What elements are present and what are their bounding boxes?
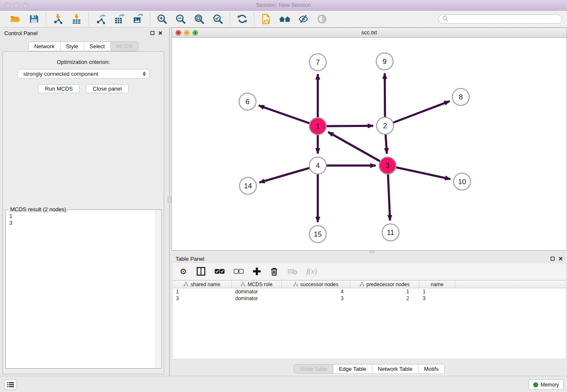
apply-layout-icon[interactable] (236, 13, 248, 25)
graph-node-label-3: 3 (385, 162, 389, 170)
table-row[interactable]: 1 dominator 4 1 1 (173, 288, 566, 295)
zoom-selected-icon[interactable] (212, 13, 224, 25)
tab-network-table[interactable]: Network Table (372, 364, 418, 373)
close-panel-icon[interactable] (559, 257, 563, 261)
column-header-shared-name[interactable]: shared name (173, 281, 232, 288)
graph-edge-1-6[interactable] (259, 105, 318, 126)
graph-node-label-6: 6 (245, 98, 249, 106)
tab-node-table[interactable]: Node Table (294, 364, 333, 373)
graph-edge-4-14[interactable] (259, 166, 318, 182)
criterion-dropdown[interactable]: strongly connected component (17, 69, 149, 79)
mcds-result-line: 3 (9, 220, 152, 226)
new-network-from-selection-icon[interactable] (260, 13, 272, 25)
column-header-name[interactable]: name (419, 281, 455, 288)
first-neighbors-icon[interactable] (279, 13, 291, 25)
function-builder-icon: f(x) (306, 267, 317, 276)
column-header-successor-nodes[interactable]: successor nodes (282, 281, 350, 288)
graph-node-label-2: 2 (383, 122, 387, 130)
graph-edge-3-1[interactable] (328, 132, 388, 166)
cell-shared-name[interactable]: 3 (173, 295, 232, 302)
main-toolbar (0, 11, 567, 28)
import-network-icon[interactable] (52, 13, 64, 25)
column-type-icon (293, 282, 298, 287)
cell-successor-nodes[interactable]: 3 (282, 295, 350, 302)
column-header-predecessor-nodes[interactable]: predecessor nodes (350, 281, 419, 288)
tab-network[interactable]: Network (29, 42, 61, 51)
close-panel-button[interactable]: Close panel (86, 84, 129, 93)
cell-name[interactable]: 1 (419, 288, 455, 295)
search-field[interactable] (438, 14, 562, 24)
tab-style[interactable]: Style (61, 42, 84, 51)
network-window-titlebar[interactable]: × − + scc.txt (172, 28, 567, 38)
memory-button[interactable]: Memory (528, 379, 564, 390)
zoom-out-icon[interactable] (175, 13, 187, 25)
column-type-icon (241, 282, 245, 287)
delete-column-icon[interactable] (270, 267, 278, 276)
close-panel-icon[interactable] (158, 31, 162, 35)
search-input[interactable] (451, 16, 558, 22)
export-image-icon[interactable] (132, 13, 144, 25)
control-panel-tab-bar: Network Style Select MCDS (28, 41, 138, 51)
task-history-button[interactable] (4, 379, 17, 390)
add-column-icon[interactable] (253, 267, 261, 276)
graph-node-label-9: 9 (383, 58, 386, 66)
window-close-button[interactable] (5, 3, 11, 8)
run-mcds-button[interactable]: Run MCDS (38, 84, 80, 93)
window-zoom-button[interactable] (23, 3, 28, 8)
import-table-icon[interactable] (71, 13, 83, 25)
dropdown-spinner-icon (143, 72, 146, 76)
optimization-criterion-label: Optimization criterion: (3, 59, 164, 65)
column-type-icon (360, 282, 364, 287)
save-session-icon[interactable] (28, 13, 40, 25)
graph-edge-3-10[interactable] (388, 166, 451, 179)
export-table-icon[interactable] (113, 13, 125, 25)
network-canvas[interactable]: 7968124314101511 (172, 38, 567, 250)
select-all-icon[interactable] (215, 269, 225, 274)
result-scrollbar[interactable] (155, 210, 161, 368)
node-table: shared name MCDS role successor nodes pr… (172, 280, 566, 359)
toggle-panes-icon[interactable] (196, 267, 206, 276)
graph-node-label-10: 10 (458, 178, 466, 186)
tab-mcds[interactable]: MCDS (111, 42, 138, 51)
float-panel-icon[interactable] (150, 31, 154, 35)
deselect-all-icon[interactable] (234, 269, 244, 274)
table-panel-title: Table Panel (176, 256, 204, 262)
tab-edge-table[interactable]: Edge Table (333, 364, 372, 373)
cell-mcds-role[interactable]: dominator (232, 295, 282, 302)
network-close-icon[interactable]: × (176, 30, 181, 36)
export-network-icon[interactable] (95, 13, 107, 25)
graph-edge-2-8[interactable] (385, 101, 450, 126)
show-all-icon (316, 13, 328, 25)
mcds-result-list[interactable]: 1 3 (6, 211, 155, 368)
splitter-handle[interactable] (168, 197, 171, 203)
network-maximize-icon[interactable]: + (193, 30, 198, 36)
float-panel-icon[interactable] (550, 257, 555, 261)
table-tab-bar: Node Table Edge Table Network Table Moti… (294, 364, 444, 374)
cell-shared-name[interactable]: 1 (173, 288, 232, 295)
cell-mcds-role[interactable]: dominator (232, 288, 282, 295)
hide-selected-icon[interactable] (297, 13, 309, 25)
vertical-splitter[interactable] (167, 28, 171, 376)
tab-motifs[interactable]: Motifs (418, 364, 444, 373)
table-tab-strip: Node Table Edge Table Network Table Moti… (172, 359, 566, 376)
cell-successor-nodes[interactable]: 4 (282, 288, 350, 295)
table-row[interactable]: 3 dominator 3 2 3 (173, 295, 566, 302)
graph-node-label-11: 11 (387, 229, 394, 237)
zoom-fit-icon[interactable] (193, 13, 205, 25)
list-icon (7, 382, 14, 388)
open-session-icon[interactable] (9, 13, 21, 25)
graph-node-label-15: 15 (314, 230, 322, 238)
network-minimize-icon[interactable]: − (184, 30, 190, 36)
table-header-row: shared name MCDS role successor nodes pr… (173, 280, 566, 288)
tab-select[interactable]: Select (84, 42, 111, 51)
column-header-mcds-role[interactable]: MCDS role (232, 281, 282, 288)
graph-node-label-7: 7 (316, 58, 319, 66)
table-options-icon[interactable]: ⚙ (179, 267, 187, 276)
cell-predecessor-nodes[interactable]: 1 (350, 288, 419, 295)
zoom-in-icon[interactable] (156, 13, 168, 25)
table-toolbar: ⚙ (172, 262, 566, 280)
window-minimize-button[interactable] (14, 3, 19, 8)
cell-name[interactable]: 3 (419, 295, 455, 302)
status-bar: Memory (0, 376, 567, 392)
cell-predecessor-nodes[interactable]: 2 (350, 295, 419, 302)
